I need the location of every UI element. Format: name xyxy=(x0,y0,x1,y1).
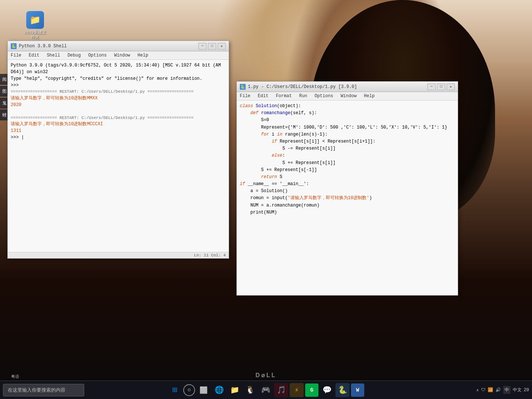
shell-menu-help[interactable]: Help xyxy=(136,52,150,59)
ime-indicator: 粤语 xyxy=(11,374,19,379)
task-view-icon[interactable]: ⬜ xyxy=(197,383,211,397)
shell-status-bar: Ln: 11 Col: 4 xyxy=(8,252,229,258)
shell-maximize-button[interactable]: □ xyxy=(208,43,216,50)
shell-menu-debug[interactable]: Debug xyxy=(66,52,82,59)
python-icon: 🐍 xyxy=(11,43,17,49)
code-line-11: return S xyxy=(240,174,455,181)
shell-menu-file[interactable]: File xyxy=(9,52,23,59)
code-line-14: romun = input('请输入罗马数字，即可转换为10进制数') xyxy=(240,195,455,202)
shell-menu-edit[interactable]: Edit xyxy=(27,52,41,59)
qq-icon[interactable]: 🐧 xyxy=(243,383,257,397)
code-line-16: print(NUM) xyxy=(240,209,455,216)
editor-window: 🐍 1.py - C:/Users/DELL/Desktop/1.py [3.9… xyxy=(236,81,458,296)
taskbar-search-text: 在这里输入你要搜索的内容 xyxy=(8,387,65,393)
steam-icon[interactable]: 🎮 xyxy=(259,383,273,397)
shell-line-9: =================== RESTART: C:/Users/DE… xyxy=(11,115,226,121)
editor-menu-help[interactable]: Help xyxy=(362,93,376,99)
shell-line-5: =================== RESTART: C:/Users/DE… xyxy=(11,89,226,95)
shell-line-3: Type "help", "copyright", "credits" or "… xyxy=(11,75,226,82)
shell-status-text: Ln: 11 Col: 4 xyxy=(194,253,226,258)
tray-ime[interactable]: 中文 xyxy=(513,387,522,393)
file-explorer-icon[interactable]: 📁 xyxy=(228,383,242,397)
taskbar-center-icons: ⊞ ○ ⬜ 🌐 📁 🐧 🎮 🎵 ⚡ G 💬 🐍 W xyxy=(168,383,364,397)
code-line-4: Represent={'M': 1000,'D': 500 ,'C': 100,… xyxy=(240,124,455,131)
system-tray: ∧ 🛡 📶 🔊 中 中文 20 xyxy=(477,386,529,394)
shell-content-area[interactable]: Python 3.9.0 (tags/v3.9.0:9cf6752, Oct 5… xyxy=(8,60,229,252)
tray-security: 🛡 xyxy=(481,387,485,393)
shell-menu-shell[interactable]: Shell xyxy=(45,52,62,59)
shell-menubar: File Edit Shell Debug Options Window Hel… xyxy=(8,51,229,60)
editor-menu-options[interactable]: Options xyxy=(313,93,334,99)
dell-logo: D⌀LL xyxy=(255,372,276,379)
editor-python-icon: 🐍 xyxy=(240,84,246,90)
code-line-3: S=0 xyxy=(240,117,455,124)
desktop: 📁 2019新建文件夹 图片 阅 图 鬼 鲤 🐍 Python 3.9.0 Sh… xyxy=(0,0,532,399)
editor-menu-file[interactable]: File xyxy=(238,93,252,99)
editor-menubar: File Edit Format Run Options Window Help xyxy=(237,92,458,100)
editor-title-left: 🐍 1.py - C:/Users/DELL/Desktop/1.py [3.9… xyxy=(240,84,357,90)
code-line-1: class Solution(object): xyxy=(240,103,455,110)
tray-network: 📶 xyxy=(488,387,493,393)
code-line-7: S -= Represent[s[i]] xyxy=(240,145,455,152)
editor-menu-edit[interactable]: Edit xyxy=(256,93,270,99)
code-line-12: if __name__ == '__main__': xyxy=(240,181,455,188)
youdao-icon[interactable]: G xyxy=(305,383,318,397)
python-shell-window: 🐍 Python 3.9.0 Shell ─ □ ✕ File Edit She… xyxy=(7,41,229,259)
code-line-10: S += Represent[s[-1]] xyxy=(240,167,455,174)
shell-title-text: Python 3.9.0 Shell xyxy=(19,44,67,49)
tray-volume[interactable]: 🔊 xyxy=(495,387,501,393)
shell-minimize-button[interactable]: ─ xyxy=(198,43,207,50)
tray-expand[interactable]: ∧ xyxy=(477,388,479,392)
code-line-6: if Represent[s[i]] < Represent[s[i+1]]: xyxy=(240,138,455,145)
clash-icon[interactable]: ⚡ xyxy=(290,383,304,397)
code-line-2: def romanchange(self, s): xyxy=(240,110,455,117)
editor-menu-format[interactable]: Format xyxy=(274,93,293,99)
shell-line-1: Python 3.9.0 (tags/v3.9.0:9cf6752, Oct 5… xyxy=(11,62,226,69)
shell-line-8 xyxy=(11,108,226,115)
editor-title-text: 1.py - C:/Users/DELL/Desktop/1.py [3.9.0… xyxy=(248,84,357,89)
shell-title-left: 🐍 Python 3.9.0 Shell xyxy=(11,43,67,49)
shell-line-11: 1311 xyxy=(11,127,226,134)
shell-line-12: >>> | xyxy=(11,134,226,141)
python-taskbar-icon[interactable]: 🐍 xyxy=(335,383,349,397)
edge-browser-icon[interactable]: 🌐 xyxy=(212,383,226,397)
shell-menu-options[interactable]: Options xyxy=(87,52,108,59)
start-button[interactable]: ⊞ xyxy=(168,383,182,397)
code-line-13: a = Solution() xyxy=(240,188,455,195)
taskbar-search-box[interactable]: 在这里输入你要搜索的内容 xyxy=(3,384,84,396)
netease-icon[interactable]: 🎵 xyxy=(274,383,288,397)
tray-time: 20 xyxy=(524,388,529,393)
wechat-icon[interactable]: 💬 xyxy=(320,383,334,397)
editor-menu-run[interactable]: Run xyxy=(298,93,309,99)
shell-window-controls: ─ □ ✕ xyxy=(198,43,226,50)
code-line-8: else: xyxy=(240,152,455,159)
taskbar-search-icon[interactable]: ○ xyxy=(183,384,195,396)
word-icon[interactable]: W xyxy=(351,383,364,397)
shell-line-7: 2020 xyxy=(11,102,226,108)
editor-minimize-button[interactable]: ─ xyxy=(427,83,436,90)
shell-titlebar: 🐍 Python 3.9.0 Shell ─ □ ✕ xyxy=(8,41,229,51)
editor-maximize-button[interactable]: □ xyxy=(437,83,445,90)
shell-line-10: 请输入罗马数字，即可转换为10进制数MCCCXI xyxy=(11,121,226,127)
editor-close-button[interactable]: ✕ xyxy=(447,83,455,90)
editor-menu-window[interactable]: Window xyxy=(339,93,358,99)
editor-titlebar: 🐍 1.py - C:/Users/DELL/Desktop/1.py [3.9… xyxy=(237,82,458,92)
tray-icons: ∧ 🛡 📶 🔊 中 中文 20 xyxy=(477,386,529,394)
shell-line-2: D64)] on win32 xyxy=(11,69,226,75)
code-line-15: NUM = a.romanchange(romun) xyxy=(240,202,455,209)
shell-line-6: 请输入罗马数字，即可转换为10进制数MMXX xyxy=(11,95,226,102)
desktop-icon-folder[interactable]: 📁 2019新建文件夹 图片 xyxy=(22,11,48,45)
shell-menu-window[interactable]: Window xyxy=(113,52,132,59)
folder-icon: 📁 xyxy=(26,11,44,29)
shell-close-button[interactable]: ✕ xyxy=(218,43,226,50)
code-line-9: S += Represent[s[i]] xyxy=(240,160,455,167)
code-line-5: for i in range(len(s)-1): xyxy=(240,131,455,138)
tray-lang[interactable]: 中 xyxy=(503,386,511,394)
taskbar: 在这里输入你要搜索的内容 ⊞ ○ ⬜ 🌐 📁 🐧 🎮 🎵 ⚡ G 💬 xyxy=(0,381,532,399)
shell-line-4: >>> xyxy=(11,82,226,89)
editor-content-area[interactable]: class Solution(object): def romanchange(… xyxy=(237,100,458,295)
editor-window-controls: ─ □ ✕ xyxy=(427,83,455,90)
